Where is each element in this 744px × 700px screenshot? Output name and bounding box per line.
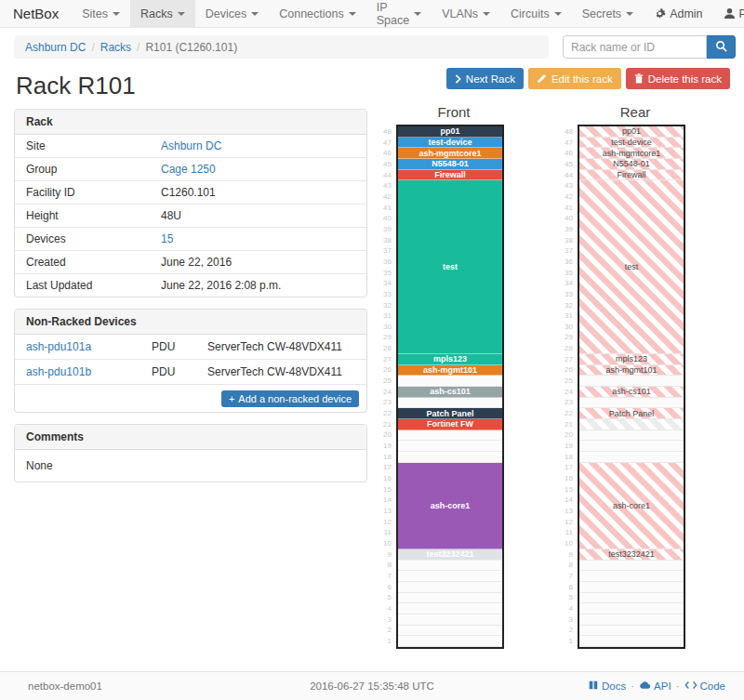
attribute-link[interactable]: Ashburn DC bbox=[161, 139, 221, 152]
rack-unit-empty bbox=[398, 571, 502, 582]
pencil-icon bbox=[537, 73, 547, 84]
nav-item-racks[interactable]: Racks bbox=[130, 0, 195, 27]
nonracked-table: ash-pdu101aPDUServerTech CW-48VDX411ash-… bbox=[15, 335, 366, 384]
rack-device-ash-cs101[interactable]: ash-cs101 bbox=[398, 387, 502, 398]
nav-item-circuits[interactable]: Circuits bbox=[500, 0, 572, 27]
delete-rack-button[interactable]: Delete this rack bbox=[626, 68, 730, 89]
unit-number: 35 bbox=[557, 268, 578, 279]
rack-panel-title: Rack bbox=[15, 110, 366, 135]
action-buttons: Next Rack Edit this rack Delete this rac… bbox=[446, 68, 730, 89]
rack-device-ash-core1[interactable]: ash-core1 bbox=[579, 463, 684, 549]
unit-number: 46 bbox=[376, 148, 396, 159]
nav-item-admin[interactable]: Admin bbox=[644, 0, 712, 27]
unit-number: 22 bbox=[557, 408, 578, 419]
unit-number: 9 bbox=[376, 549, 396, 561]
rack-device-test-device[interactable]: test-device bbox=[398, 138, 502, 149]
unit-number: 10 bbox=[557, 538, 578, 549]
chevron-right-icon bbox=[455, 74, 461, 84]
footer-link-docs[interactable]: Docs bbox=[588, 680, 626, 693]
rack-device-test3232421[interactable]: test3232421 bbox=[579, 549, 684, 561]
nav-item-vlans[interactable]: VLANs bbox=[432, 0, 500, 27]
unit-number: 17 bbox=[376, 462, 396, 473]
attribute-link[interactable]: 15 bbox=[161, 232, 173, 245]
unit-number: 23 bbox=[557, 397, 578, 408]
device-link[interactable]: ash-pdu101a bbox=[26, 340, 91, 353]
rack-device-mpls123[interactable]: mpls123 bbox=[398, 354, 502, 365]
nav-item-connections[interactable]: Connections bbox=[269, 0, 366, 27]
unit-number: 38 bbox=[557, 235, 578, 246]
rack-device-test[interactable]: test bbox=[579, 180, 684, 354]
unit-number: 16 bbox=[376, 473, 396, 484]
rack-device-test[interactable]: test bbox=[398, 180, 502, 354]
rack-unit-empty bbox=[398, 582, 502, 593]
nav-item-profile[interactable]: Profile bbox=[713, 0, 744, 27]
unit-number: 41 bbox=[557, 203, 578, 214]
search-icon bbox=[715, 39, 727, 56]
device-link[interactable]: ash-pdu101b bbox=[26, 365, 91, 378]
search-input[interactable] bbox=[563, 35, 707, 59]
rack-panel: Rack SiteAshburn DCGroupCage 1250Facilit… bbox=[14, 109, 367, 297]
unit-number: 39 bbox=[376, 224, 396, 235]
rack-device-pp01[interactable]: pp01 bbox=[579, 126, 684, 138]
rack-device-firewall[interactable]: Firewall bbox=[398, 170, 502, 181]
unit-number: 7 bbox=[376, 571, 396, 582]
rack-device-fortinet-fw[interactable] bbox=[579, 419, 684, 430]
unit-number: 5 bbox=[376, 592, 396, 603]
footer-link-code[interactable]: Code bbox=[684, 680, 726, 692]
add-nonracked-device-button[interactable]: + Add a non-racked device bbox=[221, 390, 359, 407]
rack-device-ash-cs101[interactable]: ash-cs101 bbox=[579, 387, 684, 398]
search-button[interactable] bbox=[707, 35, 736, 59]
rack-attribute-row: CreatedJune 22, 2016 bbox=[15, 251, 366, 274]
next-rack-button[interactable]: Next Rack bbox=[446, 68, 524, 89]
unit-number: 34 bbox=[376, 278, 396, 289]
rack-device-firewall[interactable]: Firewall bbox=[579, 170, 684, 181]
edit-rack-button[interactable]: Edit this rack bbox=[528, 68, 621, 89]
nav-item-devices[interactable]: Devices bbox=[195, 0, 269, 27]
rack-unit-empty bbox=[398, 430, 502, 442]
unit-number: 17 bbox=[557, 462, 578, 473]
app-brand[interactable]: NetBox bbox=[0, 0, 72, 27]
nav-item-secrets[interactable]: Secrets bbox=[572, 0, 644, 27]
rack-device-ash-mgmtcore1[interactable]: ash-mgmtcore1 bbox=[398, 148, 502, 159]
rack-attribute-row: GroupCage 1250 bbox=[15, 158, 366, 181]
breadcrumb-item[interactable]: Ashburn DC bbox=[25, 41, 86, 54]
rack-device-fortinet-fw[interactable]: Fortinet FW bbox=[398, 419, 502, 430]
rack-device-patch-panel[interactable]: Patch Panel bbox=[579, 408, 684, 419]
rack-device-ash-mgmt101[interactable]: ash-mgmt101 bbox=[398, 365, 502, 376]
rack-unit-empty bbox=[398, 614, 502, 626]
unit-number: 44 bbox=[376, 170, 396, 181]
chevron-down-icon bbox=[483, 12, 490, 16]
rack-device-mpls123[interactable]: mpls123 bbox=[579, 354, 684, 365]
content: Ashburn DC/Racks/R101 (C1260.101) Rack R… bbox=[0, 28, 744, 700]
unit-number: 9 bbox=[557, 549, 578, 561]
rack-unit-empty bbox=[579, 441, 684, 452]
trash-icon bbox=[634, 73, 644, 84]
unit-number: 11 bbox=[557, 527, 578, 538]
nonracked-panel: Non-Racked Devices ash-pdu101aPDUServerT… bbox=[14, 309, 367, 413]
rack-device-n5548-01[interactable]: N5548-01 bbox=[579, 159, 684, 170]
rack-device-n5548-01[interactable]: N5548-01 bbox=[398, 159, 502, 170]
unit-number: 36 bbox=[376, 257, 396, 268]
rack-device-pp01[interactable]: pp01 bbox=[398, 126, 502, 138]
unit-number: 48 bbox=[376, 126, 396, 138]
unit-number: 21 bbox=[376, 419, 396, 430]
rack-device-ash-mgmtcore1[interactable]: ash-mgmtcore1 bbox=[579, 148, 684, 159]
rack-device-patch-panel[interactable]: Patch Panel bbox=[398, 408, 502, 419]
footer-links: Docs·API·Code bbox=[502, 680, 744, 693]
rack-device-test3232421[interactable]: test3232421 bbox=[398, 549, 502, 561]
attribute-link[interactable]: Cage 1250 bbox=[161, 163, 216, 176]
rack-device-test-device[interactable]: test-device bbox=[579, 138, 684, 149]
rack-unit-empty bbox=[579, 398, 684, 409]
unit-number: 21 bbox=[557, 419, 578, 430]
unit-number: 31 bbox=[376, 310, 396, 322]
nav-menu: SitesRacksDevicesConnectionsIP SpaceVLAN… bbox=[72, 0, 644, 27]
nav-item-ip-space[interactable]: IP Space bbox=[366, 0, 432, 27]
footer-link-api[interactable]: API bbox=[639, 680, 671, 692]
nav-right: AdminProfileLog out bbox=[644, 0, 744, 27]
unit-number: 30 bbox=[376, 322, 396, 333]
nav-item-sites[interactable]: Sites bbox=[72, 0, 130, 27]
rack-unit-empty bbox=[398, 441, 502, 452]
rack-device-ash-core1[interactable]: ash-core1 bbox=[398, 463, 502, 549]
rack-device-ash-mgmt101[interactable]: ash-mgmt101 bbox=[579, 365, 684, 376]
breadcrumb-item[interactable]: Racks bbox=[100, 41, 131, 54]
